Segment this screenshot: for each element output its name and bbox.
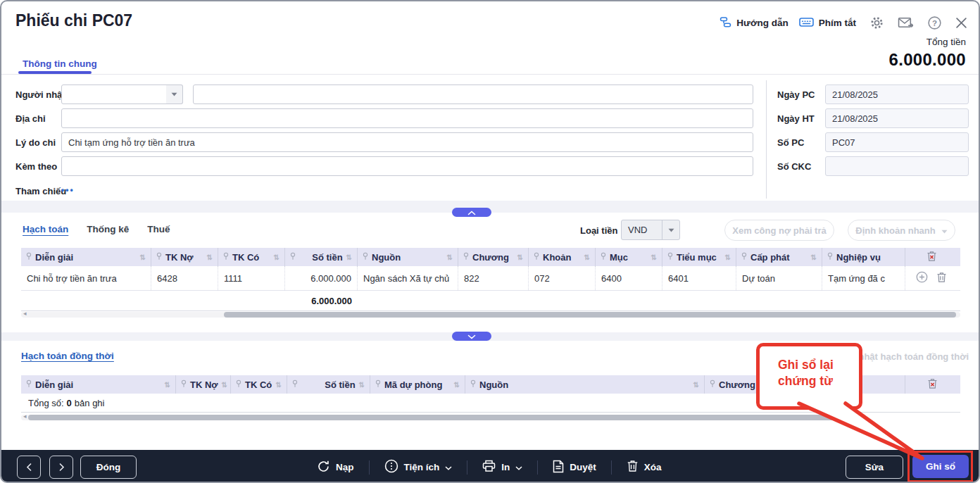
sort-icon[interactable]: ⇅ [222,381,227,389]
shortcut-label: Phím tắt [819,18,856,28]
collapse-down-button[interactable] [452,332,491,341]
approve-button[interactable]: Duyệt [553,460,596,475]
cell-credit[interactable]: 1111 [218,266,285,290]
help-icon[interactable]: ? [927,15,942,30]
scroll-left-icon[interactable]: ◂ [23,413,27,420]
sort-icon[interactable]: ⇅ [359,381,365,389]
edit-button[interactable]: Sửa [846,456,903,479]
pin-icon[interactable] [156,252,162,263]
address-input[interactable] [61,108,753,128]
tab-thue[interactable]: Thuế [147,224,170,234]
col-tk-no: TK Nợ⇅ [151,248,218,266]
pin-icon[interactable] [375,380,381,390]
sort-icon[interactable]: ⇅ [346,253,352,261]
pin-icon[interactable] [236,380,241,390]
pin-icon[interactable] [667,252,673,263]
cell-description[interactable]: Chi hỗ trợ tiền ăn trưa [21,266,151,290]
sort-icon[interactable]: ⇅ [584,253,590,261]
pin-icon[interactable] [181,380,187,390]
close-button[interactable]: Đóng [80,456,137,479]
tab-general-info[interactable]: Thông tin chung [23,58,97,69]
sort-icon[interactable]: ⇅ [725,253,731,261]
cell-source[interactable]: Ngân sách Xã tự chủ [358,266,458,290]
print-button[interactable]: In [482,460,522,475]
recipient-select[interactable] [61,84,167,104]
prev-voucher-button[interactable] [17,456,41,479]
sort-icon[interactable]: ⇅ [207,253,213,261]
post-button[interactable]: Ghi sổ [912,455,969,478]
close-icon[interactable] [955,17,967,29]
cell-item[interactable]: 6400 [596,266,662,290]
pin-icon[interactable] [463,252,469,263]
pin-icon[interactable] [827,252,833,263]
quick-entry-button[interactable]: Định khoản nhanh [848,220,955,241]
pin-icon[interactable] [710,380,715,390]
pin-icon[interactable] [26,380,32,390]
tab-hach-toan[interactable]: Hạch toán [23,224,68,234]
tab-thong-ke[interactable]: Thống kê [87,224,129,234]
cell-debit[interactable]: 6428 [151,266,218,290]
col-chuong: Chương [705,375,824,394]
table2-hscrollbar[interactable]: ◂ ▸ [21,415,850,420]
pin-icon[interactable] [534,252,539,263]
date-ht-input[interactable] [825,108,969,128]
currency-select[interactable]: VND [621,220,680,240]
reload-button[interactable]: Nạp [317,460,354,475]
pin-icon[interactable] [290,252,296,263]
sort-icon[interactable]: ⇅ [651,253,657,261]
collapse-up-button[interactable] [452,208,491,217]
sort-icon[interactable]: ⇅ [517,253,523,261]
recipient-name-input[interactable] [193,84,753,104]
delete-row-icon[interactable] [936,272,947,285]
pin-icon[interactable] [470,380,476,390]
scrollbar-thumb[interactable] [224,312,956,318]
pin-icon[interactable] [601,252,606,263]
chevron-down-icon [445,462,452,472]
recipient-dropdown-arrow[interactable] [166,84,183,104]
delete-button[interactable]: Xóa [627,460,662,475]
scroll-right-icon[interactable]: ▸ [846,413,849,420]
pin-icon[interactable] [223,252,229,263]
sort-icon[interactable]: ⇅ [447,253,453,261]
mail-send-icon[interactable] [898,16,914,30]
utilities-button[interactable]: Tiện ích [384,459,453,475]
pin-icon[interactable] [292,380,298,390]
pin-icon[interactable] [26,252,32,263]
reason-input[interactable] [61,132,753,152]
update-simultaneous-link[interactable]: Cập nhật hạch toán đồng thời [838,351,969,362]
settings-icon[interactable] [869,15,884,30]
cell-allocation[interactable]: Dự toán [736,266,822,290]
sort-icon[interactable]: ⇅ [276,381,282,389]
table-row[interactable]: Chi hỗ trợ tiền ăn trưa 6428 1111 6.000.… [21,266,960,291]
guide-link[interactable]: Hướng dẫn [720,16,788,30]
cell-sub-item[interactable]: 6401 [662,266,736,290]
cell-operation[interactable]: Tạm ứng đã c [822,266,905,290]
pin-icon[interactable] [829,380,835,390]
pin-icon[interactable] [363,252,368,263]
simultaneous-title-link[interactable]: Hạch toán đồng thời [21,351,114,361]
scroll-left-icon[interactable]: ◂ [23,310,27,317]
number-ckc-input[interactable] [825,156,969,176]
table1-hscrollbar[interactable]: ◂ [21,312,960,318]
cell-chapter[interactable]: 822 [458,266,529,290]
scrollbar-thumb[interactable] [28,415,839,420]
date-pc-input[interactable] [825,84,969,104]
delete-all-icon[interactable] [926,251,937,264]
delete-all-icon[interactable] [927,378,938,391]
cell-amount[interactable]: 6.000.000 [285,266,358,290]
sort-icon[interactable]: ⇅ [140,253,146,261]
next-voucher-button[interactable] [49,456,73,479]
sort-icon[interactable]: ⇅ [454,381,460,389]
sort-icon[interactable]: ⇅ [811,253,817,261]
view-payables-button[interactable]: Xem công nợ phải trả [724,220,834,241]
sort-icon[interactable]: ⇅ [693,381,699,389]
sort-icon[interactable]: ⇅ [165,381,170,389]
shortcut-link[interactable]: Phím tắt [799,17,856,30]
attachment-input[interactable] [61,156,753,176]
number-pc-input[interactable] [825,132,969,152]
cell-clause[interactable]: 072 [529,266,596,290]
add-row-icon[interactable] [916,271,928,285]
pin-icon[interactable] [741,252,747,263]
reference-more-icon[interactable]: ••• [61,185,75,195]
sort-icon[interactable]: ⇅ [274,253,279,261]
